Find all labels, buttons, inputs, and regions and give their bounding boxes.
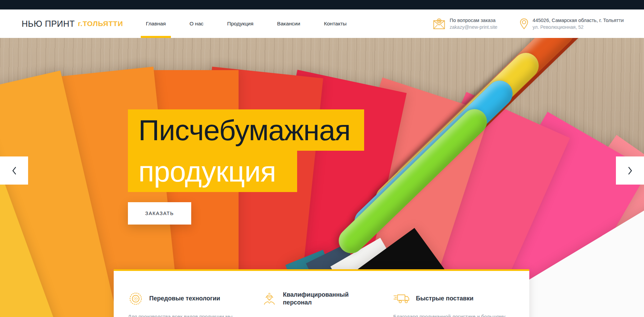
logo-primary-text: НЬЮ ПРИНТ [22,19,75,29]
worker-icon [262,291,277,307]
order-button[interactable]: ЗАКАЗАТЬ [128,202,191,225]
contact-address-title: 445026, Самарская область, г. Тольятти [533,18,624,23]
contact-email-title: По вопросам заказа [450,18,497,23]
feature-title: Передовые технологии [149,295,220,302]
truck-icon [393,292,410,306]
site-logo[interactable]: НЬЮ ПРИНТ г.ТОЛЬЯТТИ [22,9,123,38]
email-icon [433,18,445,29]
feature-text: Для производства всех видов продукции мы [128,313,262,317]
nav-item-contacts[interactable]: Контакты [324,9,347,38]
header-contacts: По вопросам заказа zakazy@new-print.site… [433,9,624,38]
nav-item-vacancies[interactable]: Вакансии [277,9,300,38]
nav-item-about[interactable]: О нас [190,9,203,38]
contact-address-block: 445026, Самарская область, г. Тольятти у… [520,18,624,30]
nav-item-home[interactable]: Главная [146,9,166,38]
contact-email-address[interactable]: zakazy@new-print.site [450,24,497,30]
hero-title-box-1: Писчебумажная [128,109,364,151]
feature-delivery: Быстрые поставки Благодаря продуманной л… [393,290,529,317]
feature-title: Квалифицированный персонал [283,291,368,307]
contact-email-block: По вопросам заказа zakazy@new-print.site [433,18,497,30]
location-icon [520,18,528,29]
features-panel: Передовые технологии Для производства вс… [114,269,529,317]
feature-staff: Квалифицированный персонал [262,290,393,317]
feature-text: Благодаря продуманной логистике и большо… [393,313,529,317]
slider-next-button[interactable] [616,156,644,185]
site-header: НЬЮ ПРИНТ г.ТОЛЬЯТТИ Главная О нас Проду… [0,9,644,38]
hero-title-box-2: продукция [128,151,297,192]
feature-technology: Передовые технологии Для производства вс… [128,290,262,317]
chevron-left-icon [12,166,17,175]
gear-icon [128,291,143,307]
hero-title-line2: продукция [138,157,276,186]
chevron-right-icon [627,166,633,175]
contact-address-street: ул. Революционная, 52 [533,24,624,30]
main-nav: Главная О нас Продукция Вакансии Контакт… [146,9,347,38]
feature-title: Быстрые поставки [416,295,473,302]
hero-title-line1: Писчебумажная [138,115,350,145]
top-dark-bar [0,0,644,9]
nav-item-products[interactable]: Продукция [227,9,253,38]
slider-prev-button[interactable] [0,156,28,185]
logo-accent-text: г.ТОЛЬЯТТИ [78,20,123,28]
